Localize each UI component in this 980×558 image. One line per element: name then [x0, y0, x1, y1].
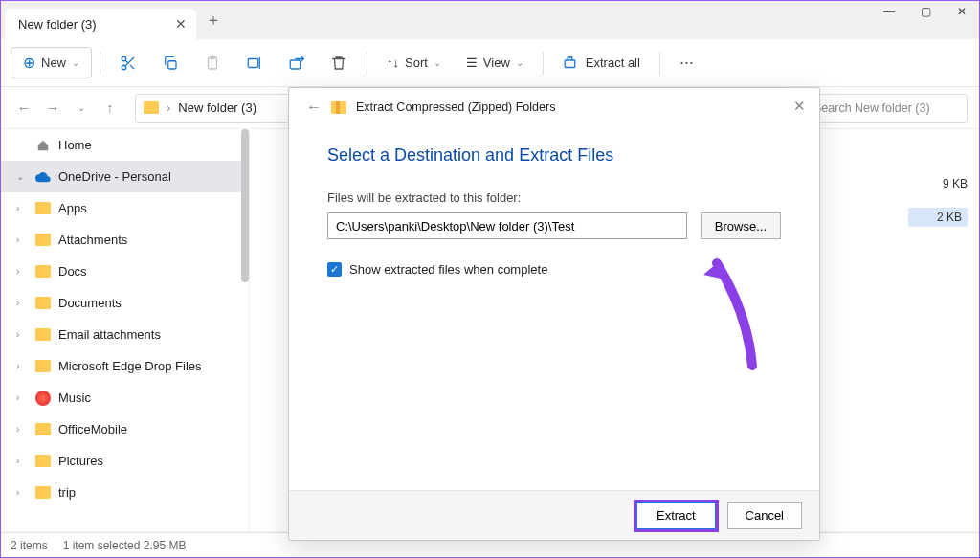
- sidebar-item[interactable]: ›Microsoft Edge Drop Files: [1, 350, 249, 382]
- maximize-icon[interactable]: ▢: [916, 5, 935, 18]
- chevron-right-icon[interactable]: ›: [16, 266, 28, 277]
- sidebar-item[interactable]: ›Apps: [1, 192, 249, 224]
- sidebar-item-label: Docs: [58, 264, 87, 279]
- chevron-right-icon[interactable]: ›: [16, 456, 28, 466]
- copy-button[interactable]: [150, 49, 190, 78]
- extract-all-button[interactable]: Extract all: [551, 49, 652, 78]
- chevron-down-icon[interactable]: ⌄: [16, 171, 28, 182]
- scrollbar[interactable]: [241, 129, 249, 282]
- sidebar-item[interactable]: ›Pictures: [1, 445, 249, 477]
- svg-rect-7: [565, 60, 575, 68]
- separator: [543, 52, 544, 75]
- list-icon: ☰: [466, 56, 478, 70]
- chevron-down-icon: ⌄: [434, 57, 441, 68]
- search-input[interactable]: Search New folder (3): [805, 94, 968, 123]
- folder-icon: [35, 297, 51, 309]
- show-extracted-checkbox[interactable]: ✓ Show extracted files when complete: [327, 262, 781, 277]
- view-button[interactable]: ☰ View ⌄: [455, 50, 535, 76]
- file-row[interactable]: 9 KB: [920, 177, 968, 190]
- sort-label: Sort: [405, 56, 428, 70]
- close-icon[interactable]: ✕: [175, 16, 187, 32]
- sidebar-item[interactable]: ›Attachments: [1, 224, 249, 256]
- sidebar-onedrive[interactable]: ⌄ OneDrive - Personal: [1, 161, 249, 192]
- sidebar-item[interactable]: ›trip: [1, 477, 249, 508]
- browse-button[interactable]: Browse...: [701, 212, 781, 239]
- chevron-right-icon[interactable]: ›: [16, 234, 28, 245]
- add-tab-icon[interactable]: ＋: [206, 11, 221, 31]
- delete-button[interactable]: [319, 49, 359, 78]
- svg-rect-5: [248, 58, 258, 67]
- status-count: 2 items: [11, 539, 48, 552]
- tab[interactable]: New folder (3) ✕: [5, 9, 196, 39]
- share-button[interactable]: [277, 49, 317, 78]
- chevron-down-icon[interactable]: ⌄: [70, 102, 93, 113]
- svg-point-0: [122, 56, 126, 61]
- breadcrumb-segment: New folder (3): [178, 100, 256, 115]
- folder-icon: [35, 360, 51, 372]
- extract-dialog: ← Extract Compressed (Zipped) Folders ✕ …: [288, 87, 820, 541]
- sidebar-item[interactable]: ›OfficeMobile: [1, 413, 249, 445]
- more-button[interactable]: ···: [668, 47, 705, 78]
- paste-button[interactable]: [192, 49, 233, 78]
- dialog-title-line: Extract Compressed (Zipped) Folders: [356, 100, 555, 114]
- search-placeholder: Search New folder (3): [813, 101, 930, 115]
- folder-icon: [35, 202, 51, 214]
- new-button[interactable]: ⊕ New ⌄: [11, 47, 92, 78]
- separator: [367, 52, 368, 75]
- sidebar-item-label: Attachments: [58, 233, 127, 247]
- checkbox-label: Show extracted files when complete: [349, 262, 547, 277]
- cut-button[interactable]: [108, 49, 148, 78]
- sidebar-home[interactable]: Home: [1, 129, 249, 161]
- new-label: New: [41, 56, 66, 70]
- extract-path-input[interactable]: [327, 212, 687, 239]
- svg-rect-6: [290, 60, 301, 69]
- chevron-right-icon[interactable]: ›: [16, 203, 28, 213]
- chevron-down-icon: ⌄: [72, 57, 79, 68]
- file-row[interactable]: 2 KB: [908, 208, 968, 227]
- back-icon[interactable]: ←: [306, 99, 322, 116]
- rename-button[interactable]: [234, 49, 275, 78]
- share-icon: [288, 55, 305, 72]
- sidebar-item[interactable]: ›Documents: [1, 287, 249, 319]
- dialog-body: Select a Destination and Extract Files F…: [289, 126, 819, 490]
- chevron-right-icon[interactable]: ›: [16, 298, 28, 308]
- sidebar-item[interactable]: ›Docs: [1, 256, 249, 287]
- sort-button[interactable]: ↑↓ Sort ⌄: [375, 50, 453, 76]
- chevron-down-icon: ⌄: [516, 57, 523, 68]
- path-row: Browse...: [327, 212, 781, 239]
- file-size: 9 KB: [920, 177, 968, 190]
- svg-point-1: [122, 65, 126, 70]
- view-label: View: [483, 56, 510, 70]
- chevron-right-icon[interactable]: ›: [16, 424, 28, 435]
- sidebar: Home ⌄ OneDrive - Personal ›Apps›Attachm…: [1, 129, 250, 531]
- file-size: 2 KB: [914, 211, 962, 224]
- window-close-icon[interactable]: ✕: [952, 5, 971, 18]
- tab-title: New folder (3): [18, 17, 97, 32]
- sidebar-onedrive-label: OneDrive - Personal: [58, 169, 171, 184]
- dialog-subtext: Files will be extracted to this folder:: [327, 190, 781, 205]
- extract-icon: [563, 55, 580, 72]
- sidebar-item[interactable]: ›Music: [1, 382, 249, 413]
- folder-icon: [144, 101, 159, 114]
- toolbar: ⊕ New ⌄ ↑↓ Sort ⌄ ☰ View ⌄ Extract all ·…: [1, 39, 979, 87]
- chevron-right-icon[interactable]: ›: [16, 361, 28, 371]
- close-icon[interactable]: ✕: [793, 98, 806, 115]
- chevron-right-icon[interactable]: ›: [16, 487, 28, 498]
- up-icon[interactable]: ↑: [99, 100, 122, 116]
- dialog-heading: Select a Destination and Extract Files: [327, 145, 781, 166]
- sidebar-item-label: Documents: [58, 296, 122, 310]
- back-icon[interactable]: ←: [12, 100, 35, 116]
- sidebar-item[interactable]: ›Email attachments: [1, 319, 249, 350]
- chevron-right-icon: ›: [167, 100, 170, 115]
- chevron-right-icon[interactable]: ›: [16, 392, 28, 403]
- dialog-header: ← Extract Compressed (Zipped) Folders ✕: [289, 88, 819, 126]
- trash-icon: [330, 55, 347, 72]
- minimize-icon[interactable]: —: [880, 5, 899, 18]
- chevron-right-icon[interactable]: ›: [16, 329, 28, 340]
- cancel-button[interactable]: Cancel: [727, 502, 802, 529]
- rename-icon: [246, 55, 263, 72]
- extract-button[interactable]: Extract: [636, 502, 715, 529]
- svg-rect-2: [168, 60, 176, 68]
- forward-icon[interactable]: →: [41, 100, 64, 116]
- sidebar-item-label: OfficeMobile: [58, 422, 127, 436]
